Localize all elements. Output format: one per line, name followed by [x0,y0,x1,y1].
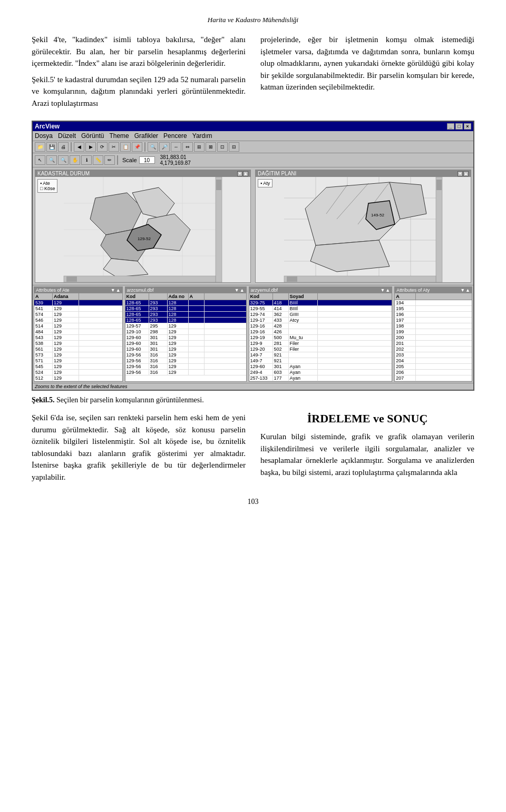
table-row[interactable]: 573129 [34,352,122,358]
table-ate-btn-v[interactable]: ▼ [111,288,115,293]
table-row[interactable]: 129-16426 [249,329,392,335]
table-row[interactable]: 129-20502Filer [249,346,392,352]
toolbar-pan-btn[interactable]: ✋ [70,155,80,165]
table-row[interactable]: 204 [395,358,472,364]
table-row[interactable]: 512129 [34,375,122,381]
table-row[interactable]: 202 [395,346,472,352]
table-row[interactable]: 201 [395,341,472,346]
arcview-maximize-btn[interactable]: □ [455,123,463,130]
table-row[interactable]: 129-56316129 [125,358,246,364]
table-row[interactable]: 545129 [34,364,122,370]
toolbar-btn-7[interactable]: ✂ [109,142,119,152]
table-row[interactable]: 129-19500Mu_tu [249,335,392,341]
table-row[interactable]: 129-9281Filer [249,341,392,346]
table-row[interactable]: 207 [395,375,472,381]
table-row[interactable]: 484129 [34,329,122,335]
table-aty-btn-v[interactable]: ▼ [460,288,465,293]
toolbar-btn-13[interactable]: ⇔ [182,142,193,152]
table-arzcsmul-btn-up[interactable]: ▲ [240,288,245,293]
table-row[interactable]: 524129 [34,370,122,375]
table-row[interactable]: 129-74362GIIII [249,312,392,318]
table-row[interactable]: 329-75418BIIIl [249,300,392,306]
table-row[interactable]: 205 [395,364,472,370]
menu-dosya[interactable]: Dosya [35,132,53,140]
toolbar-zoom-out-btn[interactable]: 🔍 [58,155,69,165]
table-arzyemul-btn-v[interactable]: ▼ [380,288,385,293]
table-row[interactable]: 129-10298129 [125,329,246,335]
table-row[interactable]: 195 [395,306,472,312]
table-row[interactable]: 249-4603Ayan [249,370,392,375]
table-row[interactable]: 129-56316129 [125,364,246,370]
table-row[interactable]: 200 [395,335,472,341]
toolbar-btn-9[interactable]: 📌 [132,142,142,152]
toolbar-btn-15[interactable]: ⊠ [206,142,216,152]
toolbar-btn-17[interactable]: ⊟ [229,142,239,152]
table-aty-btn-up[interactable]: ▲ [465,288,470,293]
table-row[interactable]: 514129 [34,323,122,329]
table-row[interactable]: 196 [395,312,472,318]
table-row[interactable]: 198 [395,323,472,329]
table-row[interactable]: 129-16428 [249,323,392,329]
table-row[interactable]: 129-60301129 [125,346,246,352]
menu-goruntu[interactable]: Görüntü [81,132,104,140]
toolbar-btn-8[interactable]: 📋 [120,142,131,152]
toolbar-draw-btn[interactable]: ✏ [104,155,115,165]
dagitim-btn-down[interactable]: ▼ [458,171,463,176]
toolbar-btn-6[interactable]: ⟳ [97,142,108,152]
toolbar-pointer-btn[interactable]: ↖ [35,155,45,165]
table-ate-btn-up[interactable]: ▲ [116,288,121,293]
table-row[interactable]: 129-57295129 [125,323,246,329]
table-row[interactable]: 149-7921 [249,352,392,358]
toolbar-btn-3[interactable]: 🖨 [58,142,69,152]
table-row[interactable]: 543129 [34,335,122,341]
toolbar-btn-2[interactable]: 💾 [46,142,57,152]
table-row[interactable]: 128-65293128 [125,312,246,318]
menu-yardim[interactable]: Yardım [192,132,212,140]
table-row[interactable]: 128-65293128 [125,300,246,306]
table-row[interactable]: 194 [395,300,472,306]
table-row[interactable]: 538129 [34,341,122,346]
table-row[interactable]: 541129 [34,306,122,312]
scale-input[interactable] [139,156,155,164]
toolbar-btn-10[interactable]: 🔍 [148,142,158,152]
table-row[interactable]: 203 [395,352,472,358]
toolbar-btn-1[interactable]: 📁 [35,142,45,152]
table-row[interactable]: 199 [395,329,472,335]
toolbar-btn-12[interactable]: ↔ [171,142,181,152]
table-row[interactable]: 257-133177Ayan [249,375,392,381]
arcview-minimize-btn[interactable]: _ [447,123,454,130]
menu-duzelt[interactable]: Düzelt [58,132,76,140]
table-row[interactable]: 539129 [34,300,122,306]
kadastral-btn-up[interactable]: ▲ [243,171,248,176]
table-row[interactable]: 128-65293128 [125,318,246,323]
menu-theme[interactable]: Theme [109,132,129,140]
table-row[interactable]: 128-65293128 [125,306,246,312]
toolbar-identify-btn[interactable]: ℹ [81,155,92,165]
table-row[interactable]: 129-60301129 [125,341,246,346]
table-arzyemul-btn-up[interactable]: ▲ [385,288,390,293]
kadastral-btn-down[interactable]: ▼ [237,171,242,176]
table-row[interactable]: 561129 [34,346,122,352]
toolbar-btn-4[interactable]: ◀ [74,142,84,152]
table-row[interactable]: 129-60301129 [125,335,246,341]
table-row[interactable]: 129-55414BIIIl [249,306,392,312]
toolbar-measure-btn[interactable]: 📏 [93,155,103,165]
toolbar-btn-11[interactable]: 🔎 [159,142,170,152]
table-row[interactable]: 206 [395,370,472,375]
table-row[interactable]: 129-60301Ayan [249,364,392,370]
table-row[interactable]: 129-56316129 [125,352,246,358]
toolbar-btn-14[interactable]: ⊞ [194,142,205,152]
menu-pencere[interactable]: Pencere [163,132,187,140]
table-row[interactable]: 149-7921 [249,358,392,364]
table-row[interactable]: 129-17433Atcy [249,318,392,323]
table-arzcsmul-btn-v[interactable]: ▼ [235,288,239,293]
table-row[interactable]: 197 [395,318,472,323]
toolbar-zoom-in-btn[interactable]: 🔍 [46,155,57,165]
dagitim-btn-up[interactable]: ▲ [463,171,469,176]
table-row[interactable]: 129-56316129 [125,370,246,375]
table-row[interactable]: 574129 [34,312,122,318]
toolbar-btn-16[interactable]: ⊡ [217,142,228,152]
menu-grafikler[interactable]: Grafikler [134,132,158,140]
table-row[interactable]: 546129 [34,318,122,323]
toolbar-btn-5[interactable]: ▶ [85,142,96,152]
